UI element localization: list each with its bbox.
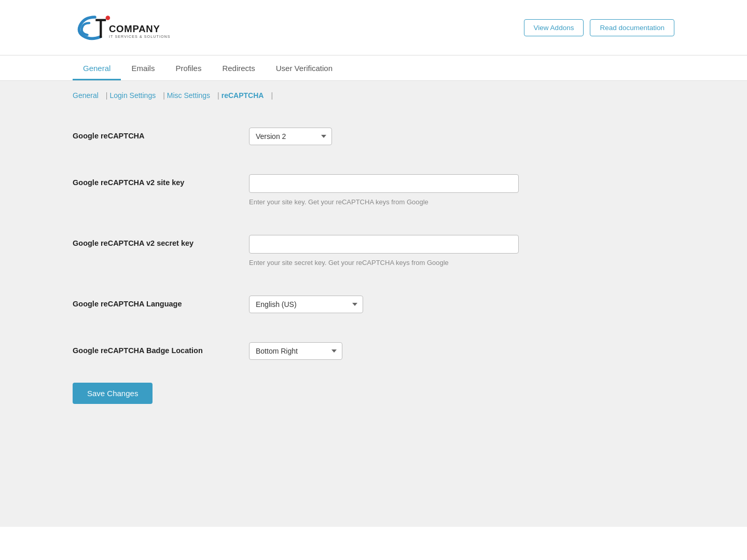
language-select[interactable]: English (US) Spanish French German — [249, 296, 363, 313]
header-buttons: View Addons Read documentation — [524, 19, 674, 36]
read-documentation-button[interactable]: Read documentation — [590, 19, 674, 36]
subnav-recaptcha[interactable]: reCAPTCHA — [222, 91, 271, 100]
language-label: Google reCAPTCHA Language — [73, 296, 249, 309]
site-key-input[interactable] — [249, 174, 519, 193]
view-addons-button[interactable]: View Addons — [524, 19, 584, 36]
subnav-sep-4: | — [271, 91, 273, 100]
company-logo: COMPANY IT SERVICES & SOLUTIONS — [73, 9, 176, 46]
badge-location-select[interactable]: Bottom Right Bottom Left Inline — [249, 342, 342, 360]
site-key-control: Enter your site key. Get your reCAPTCHA … — [249, 174, 674, 206]
recaptcha-version-label: Google reCAPTCHA — [73, 128, 249, 141]
badge-location-control: Bottom Right Bottom Left Inline — [249, 342, 674, 360]
tab-user-verification[interactable]: User Verification — [266, 55, 343, 80]
save-changes-button[interactable]: Save Changes — [73, 383, 153, 404]
main-navigation: General Emails Profiles Redirects User V… — [0, 55, 747, 81]
recaptcha-version-select[interactable]: Version 2 Version 3 — [249, 128, 332, 145]
site-key-row: Google reCAPTCHA v2 site key Enter your … — [73, 160, 674, 220]
subnav-sep-2: | — [163, 91, 165, 100]
logo-area: COMPANY IT SERVICES & SOLUTIONS — [73, 9, 176, 46]
secret-key-input[interactable] — [249, 235, 519, 254]
recaptcha-version-control: Version 2 Version 3 — [249, 128, 674, 145]
svg-point-0 — [106, 16, 110, 20]
secret-key-label: Google reCAPTCHA v2 secret key — [73, 235, 249, 248]
badge-location-row: Google reCAPTCHA Badge Location Bottom R… — [73, 328, 674, 374]
sub-navigation: General | Login Settings | Misc Settings… — [73, 81, 674, 108]
subnav-general[interactable]: General — [73, 91, 106, 100]
svg-text:IT SERVICES & SOLUTIONS: IT SERVICES & SOLUTIONS — [109, 35, 171, 39]
content-area: General | Login Settings | Misc Settings… — [0, 81, 747, 527]
tab-general[interactable]: General — [73, 55, 121, 80]
language-control: English (US) Spanish French German — [249, 296, 674, 313]
site-key-label: Google reCAPTCHA v2 site key — [73, 174, 249, 188]
badge-location-label: Google reCAPTCHA Badge Location — [73, 342, 249, 356]
svg-text:COMPANY: COMPANY — [109, 23, 160, 34]
subnav-login-settings[interactable]: Login Settings — [109, 91, 163, 100]
secret-key-hint: Enter your site secret key. Get your reC… — [249, 259, 674, 267]
tab-emails[interactable]: Emails — [121, 55, 165, 80]
site-key-hint: Enter your site key. Get your reCAPTCHA … — [249, 198, 674, 206]
subnav-sep-3: | — [217, 91, 219, 100]
tab-profiles[interactable]: Profiles — [165, 55, 212, 80]
header: COMPANY IT SERVICES & SOLUTIONS View Add… — [0, 0, 747, 55]
secret-key-row: Google reCAPTCHA v2 secret key Enter you… — [73, 220, 674, 281]
recaptcha-version-row: Google reCAPTCHA Version 2 Version 3 — [73, 113, 674, 160]
language-row: Google reCAPTCHA Language English (US) S… — [73, 281, 674, 328]
subnav-sep-1: | — [106, 91, 108, 100]
recaptcha-form: Google reCAPTCHA Version 2 Version 3 Goo… — [73, 108, 674, 414]
subnav-misc-settings[interactable]: Misc Settings — [167, 91, 217, 100]
tab-redirects[interactable]: Redirects — [212, 55, 265, 80]
secret-key-control: Enter your site secret key. Get your reC… — [249, 235, 674, 267]
